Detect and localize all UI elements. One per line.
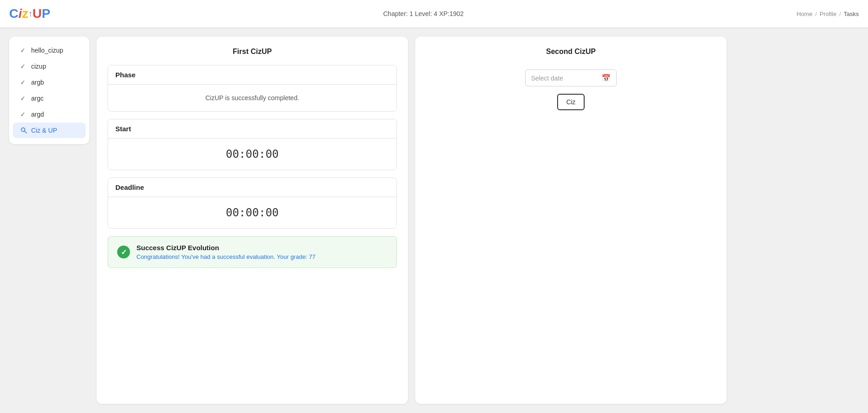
sidebar: ✓ hello_cizup ✓ cizup ✓ argb ✓ argc ✓ ar… [9, 37, 89, 144]
check-icon: ✓ [20, 95, 27, 102]
date-input[interactable]: Select date 📅 [525, 70, 617, 86]
sidebar-item-label: hello_cizup [31, 47, 63, 54]
breadcrumb-sep-2: / [839, 11, 841, 17]
search-icon [20, 127, 27, 134]
sidebar-item-argc[interactable]: ✓ argc [13, 91, 86, 106]
content-area: First CizUP Phase CizUP is successfully … [97, 37, 859, 404]
sidebar-item-label: Ciz & UP [31, 127, 57, 134]
sidebar-item-label: cizup [31, 63, 46, 70]
main-layout: ✓ hello_cizup ✓ cizup ✓ argb ✓ argc ✓ ar… [0, 27, 868, 413]
svg-line-1 [25, 131, 27, 133]
deadline-section: Deadline 00:00:00 [108, 177, 397, 229]
breadcrumb-tasks: Tasks [844, 11, 859, 17]
start-body: 00:00:00 [108, 139, 396, 170]
sidebar-item-ciz-and-up[interactable]: Ciz & UP [13, 123, 86, 138]
phase-content: CizUP is successfully completed. [205, 94, 299, 102]
breadcrumb-home[interactable]: Home [797, 11, 813, 17]
start-section: Start 00:00:00 [108, 119, 397, 170]
breadcrumb: Home / Profile / Tasks [797, 11, 859, 17]
sidebar-item-label: argd [31, 111, 44, 118]
deadline-header: Deadline [108, 178, 396, 197]
check-icon: ✓ [20, 63, 27, 70]
check-icon: ✓ [20, 47, 27, 54]
success-banner: Success CizUP Evolution Congratulations!… [108, 236, 397, 268]
phase-section: Phase CizUP is successfully completed. [108, 65, 397, 112]
phase-body: CizUP is successfully completed. [108, 85, 396, 111]
breadcrumb-sep-1: / [815, 11, 817, 17]
sidebar-item-argd[interactable]: ✓ argd [13, 107, 86, 122]
breadcrumb-profile[interactable]: Profile [819, 11, 836, 17]
chapter-info: Chapter: 1 Level: 4 XP:1902 [383, 10, 464, 17]
second-cizup-title: Second CizUP [426, 48, 716, 56]
success-subtitle: Congratulations! You've had a successful… [136, 253, 315, 260]
top-bar: Ciz↑UP Chapter: 1 Level: 4 XP:1902 Home … [0, 0, 868, 27]
svg-point-0 [22, 128, 25, 132]
date-placeholder: Select date [531, 75, 563, 82]
sidebar-item-cizup[interactable]: ✓ cizup [13, 59, 86, 74]
logo[interactable]: Ciz↑UP [9, 6, 50, 21]
first-cizup-title: First CizUP [108, 48, 397, 56]
success-text: Success CizUP Evolution Congratulations!… [136, 244, 315, 260]
sidebar-item-label: argc [31, 95, 43, 102]
first-cizup-panel: First CizUP Phase CizUP is successfully … [97, 37, 408, 404]
sidebar-item-argb[interactable]: ✓ argb [13, 75, 86, 90]
date-picker-container: Select date 📅 Ciz [426, 65, 716, 110]
check-icon: ✓ [20, 79, 27, 86]
deadline-body: 00:00:00 [108, 197, 396, 228]
deadline-time: 00:00:00 [115, 206, 389, 219]
start-header: Start [108, 119, 396, 139]
start-time: 00:00:00 [115, 148, 389, 161]
second-cizup-panel: Second CizUP Select date 📅 Ciz [415, 37, 727, 404]
check-icon: ✓ [20, 111, 27, 118]
sidebar-item-hello-cizup[interactable]: ✓ hello_cizup [13, 43, 86, 58]
sidebar-item-label: argb [31, 79, 44, 86]
success-title: Success CizUP Evolution [136, 244, 315, 252]
success-check-icon [117, 246, 130, 258]
ciz-button[interactable]: Ciz [557, 94, 585, 110]
phase-header: Phase [108, 65, 396, 85]
calendar-icon: 📅 [602, 74, 611, 82]
